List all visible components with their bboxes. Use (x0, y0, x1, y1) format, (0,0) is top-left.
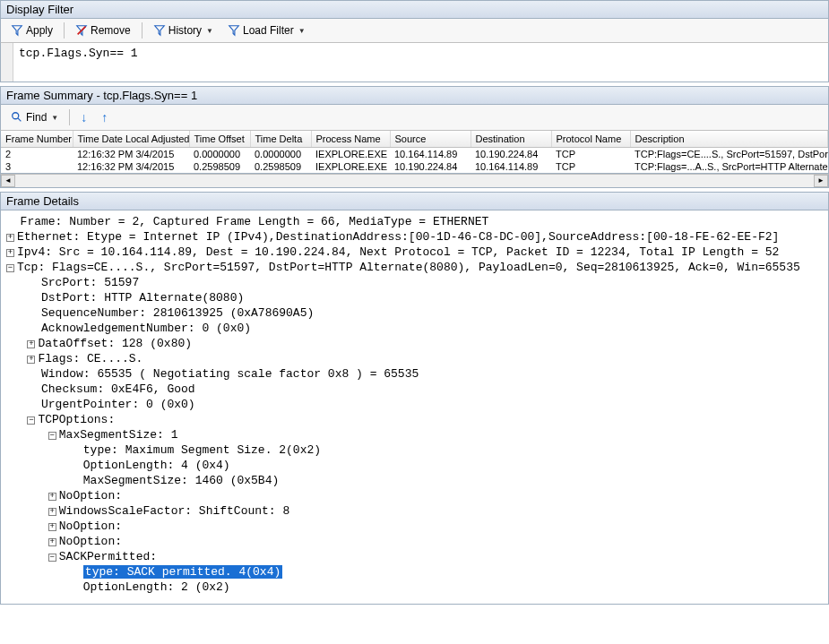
horizontal-scrollbar[interactable]: ◄ ► (0, 174, 829, 188)
tree-node[interactable]: +WindowsScaleFactor: ShiftCount: 8 (1, 503, 828, 519)
table-cell: TCP (551, 160, 630, 173)
tree-node[interactable]: +NoOption: (1, 488, 828, 503)
tree-node-text: UrgentPointer: 0 (0x0) (27, 398, 194, 411)
expand-icon[interactable]: + (6, 234, 14, 242)
find-icon (11, 111, 23, 124)
expand-icon[interactable]: + (6, 249, 14, 257)
column-header[interactable]: Destination (471, 131, 551, 148)
tree-node[interactable]: type: SACK permitted. 4(0x4) (1, 564, 828, 580)
collapse-icon[interactable]: − (48, 554, 56, 562)
dropdown-arrow-icon: ▼ (298, 27, 306, 35)
expand-icon[interactable]: + (27, 340, 35, 348)
prev-button[interactable]: ↑ (96, 107, 113, 127)
tree-node[interactable]: +Ipv4: Src = 10.164.114.89, Dest = 10.19… (1, 245, 828, 260)
find-button[interactable]: Find ▼ (5, 108, 64, 126)
tree-node-text: Window: 65535 ( Negotiating scale factor… (27, 367, 419, 381)
table-row[interactable]: 312:16:32 PM 3/4/20150.25985090.2598509I… (1, 160, 828, 173)
remove-button[interactable]: Remove (70, 21, 136, 39)
tree-node[interactable]: +DataOffset: 128 (0x80) (1, 336, 828, 351)
history-icon (153, 24, 166, 37)
tree-node[interactable]: +NoOption: (1, 534, 828, 549)
table-cell: IEXPLORE.EXE (311, 148, 390, 161)
tree-node[interactable]: Window: 65535 ( Negotiating scale factor… (1, 366, 828, 382)
tree-node-text: SrcPort: 51597 (27, 276, 139, 289)
tree-node[interactable]: UrgentPointer: 0 (0x0) (1, 397, 828, 412)
tree-node-text: MaxSegmentSize: 1460 (0x5B4) (69, 474, 279, 487)
expand-icon[interactable]: + (48, 538, 56, 546)
tree-node[interactable]: +Flags: CE....S. (1, 351, 828, 366)
remove-icon (75, 24, 88, 37)
column-header[interactable]: Process Name (311, 131, 390, 148)
table-cell: TCP:Flags=...A..S., SrcPort=HTTP Alterna… (630, 160, 828, 173)
filter-expression-input[interactable]: tcp.Flags.Syn== 1 (0, 43, 829, 82)
table-cell: 0.2598509 (189, 160, 250, 173)
tree-node[interactable]: OptionLength: 2 (0x2) (1, 580, 828, 595)
remove-label: Remove (91, 24, 131, 37)
table-cell: 12:16:32 PM 3/4/2015 (73, 148, 189, 161)
tree-node[interactable]: AcknowledgementNumber: 0 (0x0) (1, 321, 828, 336)
column-header[interactable]: Description (630, 131, 828, 148)
collapse-icon[interactable]: − (48, 432, 56, 440)
table-cell: 0.2598509 (250, 160, 311, 173)
tree-node[interactable]: −TCPOptions: (1, 412, 828, 427)
tree-node[interactable]: OptionLength: 4 (0x4) (1, 458, 828, 473)
tree-node[interactable]: −MaxSegmentSize: 1 (1, 427, 828, 442)
load-filter-button[interactable]: Load Filter ▼ (222, 21, 311, 39)
scroll-left-button[interactable]: ◄ (1, 175, 15, 187)
dropdown-arrow-icon: ▼ (206, 27, 213, 35)
dropdown-arrow-icon: ▼ (51, 114, 58, 122)
collapse-icon[interactable]: − (6, 264, 14, 272)
tree-node[interactable]: −Tcp: Flags=CE....S., SrcPort=51597, Dst… (1, 260, 828, 275)
load-filter-label: Load Filter (243, 24, 294, 37)
column-header[interactable]: Frame Number (1, 131, 73, 148)
apply-button[interactable]: Apply (5, 21, 58, 39)
expand-icon[interactable]: + (48, 493, 56, 501)
collapse-icon[interactable]: − (27, 416, 35, 425)
expand-icon[interactable]: + (48, 523, 56, 531)
tree-node-text: SACKPermitted: (59, 550, 157, 563)
toolbar-separator (69, 109, 70, 125)
expand-icon[interactable]: + (27, 356, 35, 364)
table-cell: 10.164.114.89 (471, 160, 551, 173)
next-button[interactable]: ↓ (75, 107, 92, 127)
tree-node-text: Checksum: 0xE4F6, Good (27, 382, 194, 396)
filter-gutter (1, 43, 13, 82)
tree-node-text: WindowsScaleFactor: ShiftCount: 8 (59, 504, 289, 518)
history-label: History (168, 24, 202, 37)
column-header[interactable]: Source (390, 131, 471, 148)
display-filter-header: Display Filter (0, 0, 829, 19)
tree-node-text: MaxSegmentSize: 1 (59, 428, 178, 442)
column-header[interactable]: Time Date Local Adjusted (73, 131, 189, 148)
frame-details-tree[interactable]: Frame: Number = 2, Captured Frame Length… (0, 210, 829, 605)
table-row[interactable]: 212:16:32 PM 3/4/20150.00000000.0000000I… (1, 148, 828, 161)
tree-node-text: OptionLength: 4 (0x4) (69, 459, 229, 472)
tree-node[interactable]: MaxSegmentSize: 1460 (0x5B4) (1, 473, 828, 488)
tree-node[interactable]: +Ethernet: Etype = Internet IP (IPv4),De… (1, 229, 828, 245)
tree-node[interactable]: Checksum: 0xE4F6, Good (1, 382, 828, 397)
toolbar-separator (64, 22, 65, 39)
tree-node[interactable]: Frame: Number = 2, Captured Frame Length… (1, 214, 828, 229)
table-cell: 10.164.114.89 (390, 148, 471, 161)
column-header[interactable]: Time Offset (189, 131, 250, 148)
tree-node-text: type: Maximum Segment Size. 2(0x2) (69, 443, 321, 457)
find-label: Find (26, 111, 47, 124)
column-header[interactable]: Time Delta (250, 131, 311, 148)
toolbar-separator (142, 22, 142, 39)
filter-expression-text: tcp.Flags.Syn== 1 (19, 47, 138, 78)
tree-node[interactable]: +NoOption: (1, 519, 828, 534)
tree-node[interactable]: DstPort: HTTP Alternate(8080) (1, 290, 828, 305)
tree-node-text: NoOption: (59, 489, 122, 502)
table-cell: TCP:Flags=CE....S., SrcPort=51597, DstPo… (630, 148, 828, 161)
history-button[interactable]: History ▼ (148, 21, 219, 39)
tree-node-text: DataOffset: 128 (0x80) (38, 337, 192, 350)
tree-node-text: Ipv4: Src = 10.164.114.89, Dest = 10.190… (17, 245, 779, 259)
scroll-right-button[interactable]: ► (814, 175, 828, 187)
expand-icon[interactable]: + (48, 508, 56, 516)
tree-node[interactable]: SequenceNumber: 2810613925 (0xA78690A5) (1, 305, 828, 321)
tree-node[interactable]: −SACKPermitted: (1, 549, 828, 564)
column-header[interactable]: Protocol Name (551, 131, 630, 148)
tree-node-text: AcknowledgementNumber: 0 (0x0) (27, 322, 251, 335)
tree-node[interactable]: SrcPort: 51597 (1, 275, 828, 290)
frame-summary-grid[interactable]: Frame NumberTime Date Local AdjustedTime… (0, 131, 829, 174)
tree-node[interactable]: type: Maximum Segment Size. 2(0x2) (1, 442, 828, 458)
